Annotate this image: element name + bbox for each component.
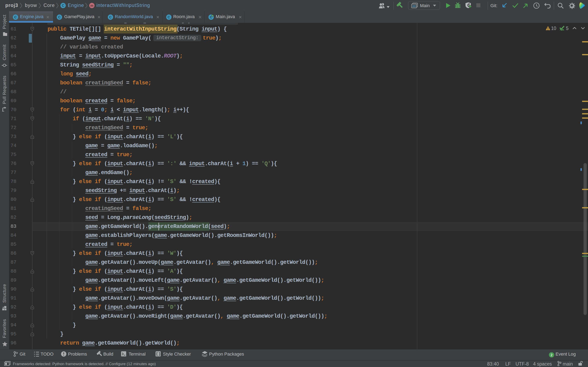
- svg-text:C: C: [14, 15, 17, 19]
- svg-text:C: C: [109, 15, 112, 19]
- svg-text:C: C: [58, 15, 61, 19]
- svg-text:2: 2: [551, 353, 553, 357]
- svg-text:C: C: [168, 15, 170, 19]
- svg-text:m: m: [90, 4, 93, 8]
- svg-text:C: C: [62, 4, 64, 8]
